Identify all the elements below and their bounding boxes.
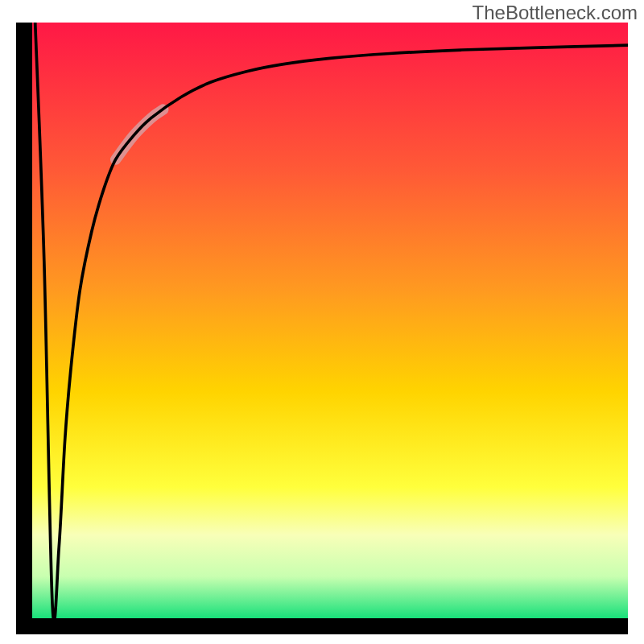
highlight-segment (116, 109, 163, 159)
bottleneck-chart-figure: TheBottleneck.com (0, 0, 644, 644)
plot-area (32, 23, 628, 618)
curve-layer (32, 23, 628, 618)
bottleneck-curve (35, 23, 628, 618)
watermark-text: TheBottleneck.com (473, 2, 638, 24)
plot-outer-frame (16, 23, 628, 634)
